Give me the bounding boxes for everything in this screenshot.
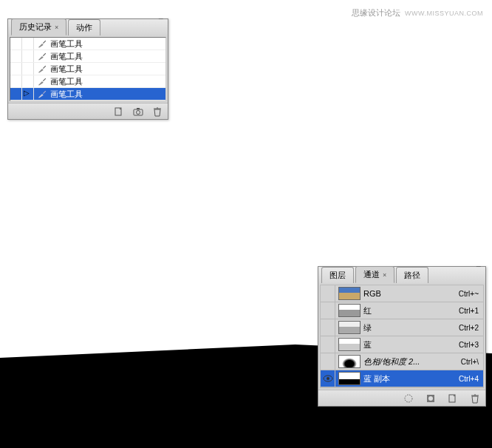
- channel-name: 红: [363, 305, 459, 316]
- channel-thumbnail: [338, 355, 361, 368]
- brush-icon: [34, 76, 50, 86]
- channel-row-blue[interactable]: 蓝 Ctrl+3: [321, 336, 483, 353]
- history-item[interactable]: 画笔工具: [10, 50, 165, 63]
- marker-cell[interactable]: [22, 50, 34, 62]
- visibility-cell[interactable]: [10, 38, 22, 50]
- channel-name: 蓝 副本: [363, 373, 459, 384]
- brush-icon: [34, 89, 50, 99]
- marker-cell[interactable]: [22, 38, 34, 50]
- channel-thumbnail: [338, 287, 361, 300]
- channel-name: 蓝: [363, 339, 459, 350]
- tab-channels[interactable]: 通道 ×: [355, 266, 394, 283]
- brush-icon: [34, 51, 50, 61]
- svg-point-2: [137, 110, 140, 114]
- channel-row-hue-sat[interactable]: 色相/饱和度 2... Ctrl+\: [321, 353, 483, 370]
- channel-name: 色相/饱和度 2...: [363, 356, 461, 367]
- history-list[interactable]: 画笔工具 画笔工具 画笔工具 画笔工具: [10, 37, 166, 101]
- brush-icon: [34, 64, 50, 74]
- history-item-label: 画笔工具: [50, 89, 83, 100]
- history-panel: — ⊠ 历史记录 × 动作 画笔工具 画笔工具: [7, 18, 168, 120]
- save-selection-icon[interactable]: [425, 393, 437, 404]
- svg-rect-3: [137, 108, 140, 109]
- channel-thumbnail: [338, 321, 361, 334]
- tab-actions[interactable]: 动作: [68, 19, 100, 35]
- history-panel-footer: [8, 103, 168, 119]
- history-item[interactable]: 画笔工具: [10, 63, 165, 75]
- watermark: 思缘设计论坛 WWW.MISSYUAN.COM: [352, 7, 483, 18]
- tab-label: 图层: [329, 270, 346, 281]
- tab-label: 路径: [404, 270, 420, 281]
- trash-icon[interactable]: [469, 393, 481, 404]
- history-item[interactable]: 画笔工具: [10, 38, 165, 50]
- channel-row-green[interactable]: 绿 Ctrl+2: [321, 319, 483, 336]
- tab-paths[interactable]: 路径: [396, 267, 428, 283]
- channel-shortcut: Ctrl+3: [459, 341, 483, 349]
- tab-label: 通道: [363, 269, 380, 280]
- tab-layers[interactable]: 图层: [321, 267, 354, 283]
- history-panel-tabs: 历史记录 × 动作: [8, 19, 168, 35]
- channel-row-rgb[interactable]: RGB Ctrl+~: [321, 285, 483, 302]
- history-item[interactable]: 画笔工具: [10, 75, 165, 88]
- tab-close-icon[interactable]: ×: [55, 24, 58, 31]
- brush-icon: [34, 38, 50, 49]
- history-item-label: 画笔工具: [50, 76, 83, 87]
- visibility-toggle[interactable]: [321, 353, 335, 370]
- channels-panel-body: RGB Ctrl+~ 红 Ctrl+1 绿 Ctrl+2 蓝 Ctrl+3: [318, 283, 485, 390]
- channel-shortcut: Ctrl+\: [461, 358, 483, 366]
- channel-shortcut: Ctrl+1: [459, 307, 483, 315]
- channel-row-red[interactable]: 红 Ctrl+1: [321, 302, 483, 319]
- watermark-url: WWW.MISSYUAN.COM: [405, 10, 483, 17]
- channel-thumbnail: [338, 372, 361, 385]
- tab-history[interactable]: 历史记录 ×: [11, 18, 66, 35]
- visibility-toggle[interactable]: [321, 336, 335, 353]
- tab-label: 动作: [76, 22, 92, 33]
- channel-thumbnail: [338, 338, 361, 351]
- snapshot-icon[interactable]: [132, 106, 144, 118]
- history-item-label: 画笔工具: [50, 38, 83, 50]
- visibility-toggle[interactable]: [321, 370, 335, 387]
- history-item-label: 画笔工具: [50, 64, 83, 75]
- visibility-cell[interactable]: [10, 63, 22, 75]
- load-selection-icon[interactable]: [403, 393, 414, 404]
- marker-cell[interactable]: [22, 63, 34, 75]
- channel-shortcut: Ctrl+~: [459, 290, 483, 298]
- tab-label: 历史记录: [19, 21, 52, 33]
- channel-thumbnail: [338, 304, 361, 317]
- svg-point-6: [405, 395, 412, 402]
- history-panel-body: 画笔工具 画笔工具 画笔工具 画笔工具: [8, 35, 168, 103]
- visibility-toggle[interactable]: [321, 319, 335, 336]
- channel-row-blue-copy[interactable]: 蓝 副本 Ctrl+4: [321, 370, 483, 387]
- channel-name: RGB: [363, 289, 459, 298]
- tab-close-icon[interactable]: ×: [383, 271, 386, 279]
- channels-panel-footer: [318, 390, 485, 406]
- channels-panel-tabs: 图层 通道 × 路径: [318, 267, 485, 283]
- svg-point-5: [327, 377, 329, 380]
- new-document-icon[interactable]: [113, 106, 125, 118]
- visibility-toggle[interactable]: [321, 285, 335, 302]
- channel-name: 绿: [363, 322, 459, 333]
- svg-point-8: [428, 396, 433, 401]
- visibility-cell[interactable]: [10, 88, 22, 100]
- visibility-cell[interactable]: [10, 75, 22, 87]
- channel-shortcut: Ctrl+4: [459, 375, 483, 383]
- history-item-label: 画笔工具: [50, 51, 83, 62]
- marker-cell[interactable]: [22, 88, 34, 100]
- watermark-site: 思缘设计论坛: [352, 7, 400, 18]
- channel-shortcut: Ctrl+2: [459, 324, 483, 332]
- visibility-cell[interactable]: [10, 50, 22, 62]
- channels-panel: — ⊠ 图层 通道 × 路径 RGB Ctrl+~ 红 Ctrl+1: [318, 266, 486, 407]
- trash-icon[interactable]: [151, 106, 163, 118]
- visibility-toggle[interactable]: [321, 302, 335, 319]
- history-item[interactable]: 画笔工具: [10, 88, 165, 101]
- marker-cell[interactable]: [22, 75, 34, 87]
- channels-list[interactable]: RGB Ctrl+~ 红 Ctrl+1 绿 Ctrl+2 蓝 Ctrl+3: [320, 285, 484, 388]
- new-channel-icon[interactable]: [447, 393, 459, 404]
